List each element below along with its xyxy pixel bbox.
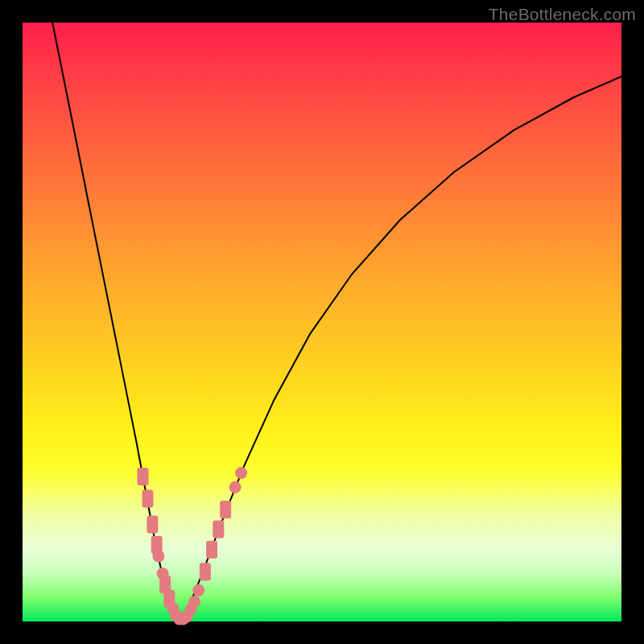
left-curve (52, 23, 180, 621)
data-marker (220, 501, 231, 518)
watermark-text: TheBottleneck.com (489, 5, 636, 24)
data-marker (188, 596, 200, 608)
curves-svg (23, 23, 621, 621)
data-marker (200, 563, 211, 580)
data-marker (213, 520, 224, 538)
data-marker (192, 584, 204, 597)
data-marker (138, 468, 149, 485)
data-marker (142, 490, 154, 508)
right-curve (180, 76, 621, 621)
chart-plot-area (23, 23, 621, 621)
data-marker (235, 467, 247, 479)
data-marker (147, 516, 158, 534)
data-marker (152, 550, 164, 562)
data-marker (206, 541, 217, 559)
data-marker (229, 481, 242, 493)
